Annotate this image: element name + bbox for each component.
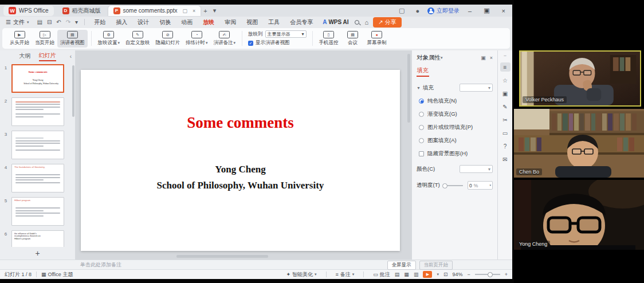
tab-docer-store[interactable]: D 稻壳商城版 (57, 6, 106, 16)
edit-pencil-icon[interactable]: ✎ (500, 102, 511, 111)
menu-member[interactable]: 会员专享 (285, 18, 318, 26)
layout-switch-icon[interactable]: ▢ (396, 7, 407, 14)
menu-tools[interactable]: 工具 (263, 18, 285, 26)
search-icon[interactable] (355, 20, 359, 25)
participant-video[interactable]: Chen Bo (514, 109, 644, 178)
color-select[interactable]: ▾ (460, 165, 493, 173)
login-button[interactable]: 立即登录 (427, 7, 460, 15)
star-favorites-icon[interactable]: ☆ (500, 76, 511, 85)
frame-icon[interactable]: ▭ (500, 128, 511, 137)
hide-background-checkbox[interactable]: 隐藏背景图形(H) (419, 150, 493, 158)
tab-list-icon[interactable]: ▾ (210, 7, 219, 14)
solid-fill-radio[interactable]: 纯色填充(N) (419, 97, 493, 105)
transparency-slider[interactable] (443, 185, 463, 186)
participant-video[interactable]: Yong Cheng (514, 180, 644, 250)
fit-window-icon[interactable]: ⊡ (443, 272, 448, 277)
current-slide[interactable]: Some comments Yong Cheng School of Philo… (81, 70, 400, 251)
from-current-button[interactable]: ▷ 当页开始 (32, 30, 57, 48)
help-icon[interactable]: ? (500, 142, 511, 151)
tab-document-active[interactable]: P some comments.pptx ▢ × (108, 6, 201, 16)
theme-indicator[interactable]: ▦ Office 主题 (41, 271, 73, 278)
save-icon[interactable]: ▤ (34, 19, 44, 25)
zoom-in-icon[interactable]: + (505, 272, 508, 277)
print-icon[interactable]: ⊟ (45, 19, 54, 25)
meeting-button[interactable]: ▤ 会议 (341, 30, 364, 48)
slide-thumbnail-5[interactable]: 5 Hilbert program (0, 197, 75, 226)
custom-show-button[interactable]: ✎ 自定义放映 (123, 30, 153, 48)
show-presenter-view-checkbox[interactable]: ✓ 显示演讲者视图 (248, 40, 307, 46)
picture-fill-radio[interactable]: 图片或纹理填充(P) (419, 124, 493, 131)
zoom-slider[interactable] (475, 274, 500, 275)
vertical-scrollbar[interactable] (407, 54, 410, 123)
comment-button[interactable]: ▭ 批注 (373, 271, 390, 278)
tab-fill[interactable]: 填充 (417, 65, 429, 77)
slide-thumbnail-2[interactable]: 2 (0, 97, 75, 126)
tab-close-icon[interactable]: × (193, 8, 195, 14)
notes-toggle-button[interactable]: ≡ 备注 ▾ (336, 271, 355, 278)
speaker-notes-button[interactable]: ✍ 演讲备注▾ (211, 30, 239, 48)
normal-view-icon[interactable]: ▤ (395, 272, 400, 277)
transparency-input[interactable]: 0 % ▾ (468, 181, 493, 190)
share-button[interactable]: ↗ 分享 (373, 17, 401, 27)
presenter-view-button[interactable]: ▤ 演讲者视图 (57, 30, 88, 48)
tab-restore-icon[interactable]: ▢ (183, 8, 188, 14)
section-collapse-icon[interactable]: ▼ (417, 86, 421, 90)
add-slide-button[interactable]: + (0, 247, 75, 260)
restore-button[interactable]: ▣ (480, 7, 493, 14)
clipboard-panel-icon[interactable]: ▣ (500, 89, 511, 98)
menu-review[interactable]: 审阅 (219, 18, 241, 26)
mail-icon[interactable]: ✉ (500, 155, 511, 164)
cut-icon[interactable]: ✂ (500, 115, 511, 124)
properties-panel-icon[interactable]: ≡ (500, 62, 511, 72)
chevron-down-icon[interactable]: ▾ (441, 56, 443, 60)
close-button[interactable]: × (498, 7, 509, 14)
menu-animation[interactable]: 动画 (176, 18, 198, 26)
thumbnail-scrollbar[interactable] (72, 65, 74, 117)
new-tab-button[interactable]: + (201, 7, 210, 14)
fullscreen-show-button[interactable]: 全屏显示 (387, 261, 416, 270)
quickbar-more-icon[interactable]: ▾ (73, 19, 80, 25)
redo-icon[interactable]: ↷ (64, 19, 73, 25)
skin-icon[interactable]: ● (413, 7, 422, 14)
tab-slides[interactable]: 幻灯片 (39, 52, 56, 61)
collapse-panel-icon[interactable]: ‹ (70, 53, 72, 60)
fill-preset-select[interactable]: ▾ (460, 84, 493, 92)
screen-record-button[interactable]: ● 屏幕录制 (364, 30, 390, 48)
participant-video-active-speaker[interactable]: Volker Peckhaus (519, 50, 641, 107)
notes-bar[interactable]: 单击此处添加备注 全屏显示 当前页开始 (0, 260, 512, 269)
horizontal-scrollbar[interactable] (176, 255, 268, 258)
from-current-page-button[interactable]: 当前页开始 (419, 261, 453, 270)
slide-thumbnail-6[interactable]: 6 the influence of Gödel's incompletenes… (0, 230, 75, 247)
gradient-fill-radio[interactable]: 渐变填充(G) (419, 111, 493, 118)
from-beginning-button[interactable]: ▶ 从头开始 (7, 30, 32, 48)
menu-view[interactable]: 视图 (241, 18, 263, 26)
slide-thumbnail-4[interactable]: 4 The foundations of Geometry, (0, 164, 75, 192)
slide-thumbnail-3[interactable]: 3 (0, 131, 75, 159)
spinner-icons[interactable]: ▾ (489, 184, 491, 187)
tab-wps-home[interactable]: W WPS Office (3, 6, 54, 16)
wps-ai-button[interactable]: A WPS AI (323, 19, 348, 25)
slide-sorter-view-icon[interactable]: ▦ (404, 272, 409, 277)
phone-remote-button[interactable]: ▯ 手机遥控 (316, 30, 341, 48)
zoom-out-icon[interactable]: − (467, 272, 470, 277)
play-options-icon[interactable]: ▾ (437, 272, 439, 277)
close-panel-icon[interactable]: × (490, 55, 493, 61)
file-menu[interactable]: ☰ 文件 ▾ (6, 18, 29, 26)
smart-beautify-button[interactable]: ✦ 智能美化 ▾ (286, 271, 316, 278)
menu-slideshow[interactable]: 放映 (198, 18, 219, 26)
display-target-select[interactable]: 主要显示器 ▾ (265, 30, 307, 38)
menu-start[interactable]: 开始 (89, 18, 111, 26)
menu-design[interactable]: 设计 (132, 18, 154, 26)
pin-panel-icon[interactable]: ▣ (481, 55, 486, 61)
undo-icon[interactable]: ↶ (54, 19, 63, 25)
play-slideshow-button[interactable]: ▶ (423, 271, 432, 278)
menu-transition[interactable]: 切换 (154, 18, 176, 26)
hide-slide-button[interactable]: ⊘ 隐藏幻灯片 (153, 30, 183, 48)
show-settings-button[interactable]: ⚙ 放映设置▾ (95, 30, 123, 48)
tab-outline[interactable]: 大纲 (19, 52, 31, 60)
minimize-button[interactable]: – (465, 7, 475, 14)
rehearse-timing-button[interactable]: ◔ 排练计时▾ (183, 30, 211, 48)
reading-view-icon[interactable]: ▥ (414, 272, 419, 277)
menu-insert[interactable]: 插入 (111, 18, 132, 26)
slide-thumbnail-1[interactable]: 1 Some comments Yong Cheng School of Phi… (0, 64, 75, 93)
